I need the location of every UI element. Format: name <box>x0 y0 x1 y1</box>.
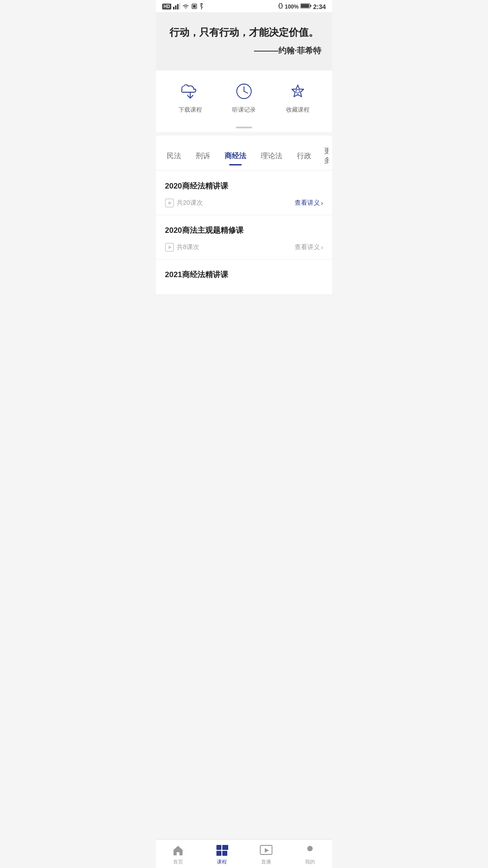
svg-rect-1 <box>175 5 177 9</box>
course-item-2[interactable]: 2020商法主观题精修课 共8课次 查看讲义 › <box>156 215 332 259</box>
svg-line-18 <box>244 91 248 93</box>
course-item-1[interactable]: 2020商经法精讲课 共20课次 查看讲义 › <box>156 171 332 215</box>
chevron-right-icon-1: › <box>321 199 323 207</box>
history-label: 听课记录 <box>232 106 256 114</box>
hero-quote: 行动，只有行动，才能决定价值。 <box>167 25 321 40</box>
status-right-info: 100% 2:34 <box>278 3 326 10</box>
wifi-icon <box>182 4 189 10</box>
course-meta-1: 共20课次 查看讲义 › <box>165 198 323 208</box>
hero-author: ———约翰·菲希特 <box>167 45 321 56</box>
tab-more[interactable]: 更多 <box>319 142 328 170</box>
svg-rect-9 <box>279 4 282 8</box>
tab-xingzheng[interactable]: 行政 <box>290 147 319 165</box>
course-list: 2020商经法精讲课 共20课次 查看讲义 › 2020商法主观题精修课 <box>156 171 332 295</box>
status-left-icons: HD <box>162 3 204 10</box>
svg-marker-21 <box>169 201 172 205</box>
svg-rect-5 <box>193 5 196 8</box>
tab-lilunfa[interactable]: 理论法 <box>253 147 290 165</box>
svg-point-19 <box>296 90 300 93</box>
vibrate-icon <box>278 3 283 10</box>
lessons-count-1: 共20课次 <box>177 199 203 207</box>
course-lessons-1: 共20课次 <box>165 198 203 208</box>
svg-rect-13 <box>301 4 309 8</box>
tab-xingsu[interactable]: 刑诉 <box>188 147 217 165</box>
chip-icon <box>191 3 197 10</box>
action-history[interactable]: 听课记录 <box>232 81 256 114</box>
course-item-3[interactable]: 2021商经法精讲课 <box>156 259 332 295</box>
course-lessons-2: 共8课次 <box>165 243 199 252</box>
play-icon-1 <box>165 198 174 208</box>
chevron-right-icon-2: › <box>321 244 323 251</box>
quick-actions: 下载课程 听课记录 收藏课程 <box>156 71 332 123</box>
battery-percent: 100% <box>285 4 299 10</box>
cloud-download-icon <box>180 81 200 101</box>
tabs-container: 民法 刑诉 商经法 理论法 行政 更多 <box>156 136 332 170</box>
course-meta-2: 共8课次 查看讲义 › <box>165 243 323 252</box>
status-bar: HD 100% 2:34 <box>156 0 332 12</box>
action-download[interactable]: 下载课程 <box>178 81 202 114</box>
clock-icon <box>234 81 254 101</box>
svg-rect-0 <box>173 7 174 9</box>
tab-minfa[interactable]: 民法 <box>160 147 188 165</box>
hero-section: 行动，只有行动，才能决定价值。 ———约翰·菲希特 <box>156 12 332 71</box>
network-icon <box>173 3 180 10</box>
svg-marker-23 <box>169 245 172 249</box>
download-label: 下载课程 <box>178 106 202 114</box>
course-title-3: 2021商经法精讲课 <box>165 269 323 280</box>
tabs-row: 民法 刑诉 商经法 理论法 行政 更多 <box>160 136 328 170</box>
svg-rect-2 <box>177 4 178 9</box>
scroll-dot <box>236 127 252 128</box>
favorites-label: 收藏课程 <box>286 106 310 114</box>
course-title-1: 2020商经法精讲课 <box>165 181 323 191</box>
action-favorites[interactable]: 收藏课程 <box>286 81 310 114</box>
scroll-indicator <box>156 123 332 132</box>
hd-icon: HD <box>162 4 171 9</box>
tab-shangjingfa[interactable]: 商经法 <box>217 147 253 165</box>
view-notes-2[interactable]: 查看讲义 › <box>295 243 323 251</box>
svg-rect-14 <box>310 5 311 7</box>
view-notes-1[interactable]: 查看讲义 › <box>295 199 323 207</box>
play-icon-2 <box>165 243 174 252</box>
course-title-2: 2020商法主观题精修课 <box>165 225 323 236</box>
svg-rect-3 <box>179 3 180 9</box>
lessons-count-2: 共8课次 <box>177 243 199 251</box>
usb-icon <box>199 3 204 10</box>
star-icon <box>288 81 308 101</box>
battery-icon <box>300 3 311 10</box>
time-display: 2:34 <box>313 3 326 10</box>
